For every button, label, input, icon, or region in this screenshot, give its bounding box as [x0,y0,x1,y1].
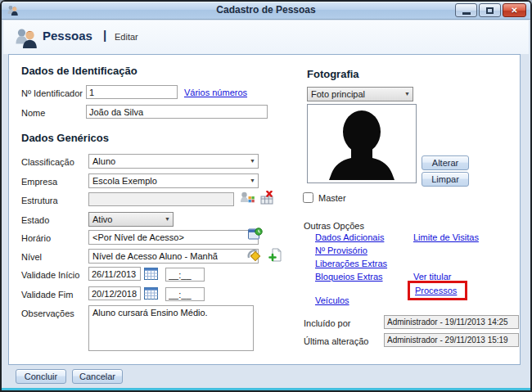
nome-input[interactable] [86,105,268,119]
access-level-icon[interactable] [246,248,263,263]
foto-tipo-value: Foto principal [311,89,365,99]
content-panel: Dados de Identificação Nº Identificador … [8,54,521,365]
photo-silhouette [313,109,411,182]
maximize-button[interactable] [479,3,501,17]
liberacoes-extras-link[interactable]: Liberações Extras [315,259,387,268]
alterar-button[interactable]: Alterar [422,155,469,170]
foto-tipo-select[interactable]: Foto principal ▼ [307,87,413,101]
empresa-label: Empresa [21,177,57,187]
empresa-select[interactable]: Escola Exemplo ▼ [88,173,259,188]
close-button[interactable]: ✕ [503,3,526,17]
incluido-por-label: Incluído por [304,318,350,328]
estrutura-input [88,192,234,206]
dropdown-arrow-icon: ▼ [165,216,170,222]
calendar-icon[interactable] [144,286,158,300]
dropdown-arrow-icon: ▼ [404,91,410,97]
horario-label: Horário [21,233,51,243]
validade-fim-date-input[interactable] [88,286,141,300]
fotografia-heading: Fotografia [307,68,359,80]
ultima-alteracao-label: Última alteração [304,336,368,346]
window-title: Cadastro de Pessoas [2,4,530,16]
structure-picker-icon[interactable] [239,190,255,205]
maximize-icon [486,7,494,14]
validade-inicio-time-input[interactable] [165,268,205,282]
title-bar: Cadastro de Pessoas ✕ [2,2,530,20]
clear-structure-icon[interactable] [260,191,276,205]
annotation-red-box: Processos [408,281,467,300]
validade-fim-label: Validade Fim [21,290,73,300]
validade-inicio-label: Validade Início [21,270,79,280]
bloqueios-extras-link[interactable]: Bloqueios Extras [315,272,383,282]
validade-inicio-date-input[interactable] [88,267,141,281]
calendar-icon[interactable] [144,267,158,280]
people-icon [14,27,38,48]
ultima-alteracao-field [384,333,519,347]
concluir-button[interactable]: Concluir [16,369,66,384]
cancelar-button[interactable]: Cancelar [72,369,123,384]
observacoes-textarea[interactable]: Aluno cursará Ensino Médio. [88,305,254,351]
genericos-heading: Dados Genéricos [21,132,109,144]
add-level-icon[interactable] [268,248,282,262]
limpar-button[interactable]: Limpar [422,172,469,187]
horario-select[interactable]: <Por Nível de Acesso> ▼ [88,230,259,245]
classificacao-select[interactable]: Aluno ▼ [88,154,259,169]
minimize-icon [462,12,471,15]
id-label: Nº Identificador [21,88,83,98]
observacoes-label: Observações [21,309,74,318]
title-separator: | [103,28,106,42]
estado-label: Estado [21,215,49,225]
form-header: Pessoas | Editar [3,20,529,54]
estrutura-label: Estrutura [21,196,58,205]
processos-link[interactable]: Processos [415,286,457,295]
no-provisorio-link[interactable]: Nº Provisório [315,246,367,255]
varios-numeros-link[interactable]: Vários números [184,88,247,97]
window-controls: ✕ [455,3,526,17]
page-title: Pessoas [43,29,92,43]
dados-adicionais-link[interactable]: Dados Adicionais [315,232,384,242]
veiculos-link[interactable]: Veículos [315,295,349,305]
master-label: Master [318,193,346,203]
mode-label: Editar [115,32,138,42]
nome-label: Nome [21,108,45,118]
minimize-button[interactable] [455,3,477,17]
horario-value: <Por Nível de Acesso> [92,232,184,242]
dropdown-arrow-icon: ▼ [250,158,255,164]
nivel-label: Nível [21,252,42,262]
cadastro-pessoas-window: Cadastro de Pessoas ✕ Pessoas | Editar D… [0,0,532,392]
classificacao-value: Aluno [92,156,115,166]
id-input[interactable] [86,85,178,99]
schedule-icon[interactable] [248,228,263,241]
limite-visitas-link[interactable]: Limite de Visitas [413,232,479,242]
dropdown-arrow-icon: ▼ [250,178,255,183]
outras-opcoes-heading: Outras Opções [304,221,364,231]
identification-heading: Dados de Identificação [21,65,138,77]
empresa-value: Escola Exemplo [92,176,157,186]
estado-value: Ativo [92,214,112,224]
classificacao-label: Classificação [21,157,74,167]
validade-fim-time-input[interactable] [165,287,205,301]
nivel-select[interactable]: Nível de Acesso Aluno - Manhã ▼ [88,249,259,264]
master-checkbox[interactable] [303,192,313,203]
nivel-value: Nível de Acesso Aluno - Manhã [92,251,218,261]
estado-select[interactable]: Ativo ▼ [88,212,174,227]
bottom-accent-bar [2,388,530,390]
close-icon: ✕ [511,6,517,15]
photo-frame [307,104,417,183]
incluido-por-field [384,315,519,329]
